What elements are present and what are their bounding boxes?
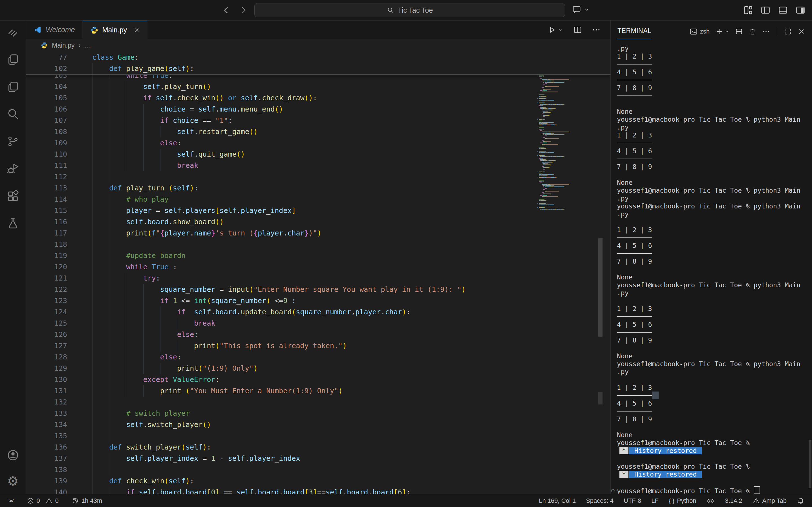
line-number[interactable]: 110 (26, 149, 77, 160)
sidebar-item-documents[interactable] (6, 80, 20, 94)
new-terminal-button[interactable] (715, 27, 729, 36)
breadcrumb[interactable]: Main.py › … (26, 39, 610, 52)
line-number[interactable]: 115 (26, 205, 77, 216)
minimap[interactable] (536, 53, 573, 211)
code-line[interactable]: 133 # switch player (26, 408, 610, 419)
code-line[interactable]: 121 try: (26, 273, 610, 284)
problems-indicator[interactable]: 0 0 (27, 497, 59, 504)
code-line[interactable]: 115 player = self.players[self.player_in… (26, 205, 610, 216)
code-line[interactable]: 135 (26, 431, 610, 442)
code-line[interactable]: 120 while True : (26, 262, 610, 273)
sidebar-item-amp[interactable] (6, 25, 20, 39)
navigate-forward-button[interactable] (238, 4, 249, 16)
indentation[interactable]: Spaces: 4 (586, 497, 613, 504)
code-line[interactable]: 108 self.restart_game() (26, 126, 610, 137)
terminal-lines[interactable]: .py1 | 2 | 3─────────4 | 5 | 6─────────7… (611, 42, 812, 494)
notifications-button[interactable] (797, 497, 805, 505)
line-number[interactable]: 117 (26, 228, 77, 239)
split-editor-button[interactable] (573, 25, 582, 34)
toggle-primary-sidebar-button[interactable] (760, 5, 771, 15)
amp-tab-status[interactable]: Amp Tab (753, 497, 786, 504)
line-number[interactable]: 124 (26, 306, 77, 318)
copilot-status[interactable] (706, 497, 715, 505)
line-number[interactable]: 114 (26, 194, 77, 205)
code-line[interactable]: 106 choice = self.menu.menu_end() (26, 104, 610, 115)
line-number[interactable]: 108 (26, 126, 77, 137)
toggle-panel-button[interactable] (777, 5, 788, 15)
terminal-scrollbar-thumb[interactable] (809, 440, 811, 488)
time-tracker[interactable]: 1h 43m (71, 497, 102, 504)
code-line[interactable]: 134 self.switch_player() (26, 419, 610, 431)
split-terminal-button[interactable] (735, 27, 743, 36)
breadcrumb-symbol[interactable]: … (85, 42, 91, 49)
language-mode[interactable]: { } Python (669, 497, 696, 504)
sidebar-item-explorer[interactable] (6, 53, 20, 66)
code-line[interactable]: 126 else: (26, 329, 610, 340)
code-line[interactable]: 112 (26, 171, 610, 182)
line-number[interactable]: 122 (26, 284, 77, 295)
sidebar-item-source-control[interactable] (6, 135, 20, 148)
sticky-scroll[interactable]: 77class Game:102 def play_game(self): (26, 52, 610, 75)
code-line[interactable]: 136 def switch_player(self): (26, 442, 610, 453)
chat-button[interactable] (572, 4, 590, 15)
code-line[interactable]: 114 # who_play (26, 194, 610, 205)
sidebar-item-testing[interactable] (6, 217, 20, 230)
line-number[interactable]: 106 (26, 104, 77, 115)
line-number[interactable]: 125 (26, 318, 77, 329)
tab-main-py[interactable]: Main.py (83, 20, 148, 39)
line-number[interactable]: 121 (26, 273, 77, 284)
code-line[interactable]: 124 if self.board.update_board(square_nu… (26, 306, 610, 318)
line-number[interactable]: 134 (26, 419, 77, 431)
code-line[interactable]: 109 else: (26, 137, 610, 149)
line-number[interactable]: 132 (26, 397, 77, 408)
code-line[interactable]: 77class Game: (26, 52, 610, 63)
line-number[interactable]: 118 (26, 239, 77, 250)
line-number[interactable]: 127 (26, 340, 77, 351)
terminal-shell-button[interactable]: zsh (689, 27, 710, 36)
encoding[interactable]: UTF-8 (624, 497, 641, 504)
settings-button[interactable]: ⚙ (6, 474, 20, 488)
close-tab-button[interactable] (134, 27, 140, 33)
line-number[interactable]: 138 (26, 464, 77, 475)
tab-terminal[interactable]: TERMINAL (617, 27, 651, 36)
line-number[interactable]: 112 (26, 171, 77, 182)
code-line[interactable]: 104 self.play_turn() (26, 81, 610, 93)
terminal-more-actions-button[interactable] (762, 27, 770, 36)
line-number[interactable]: 139 (26, 475, 77, 487)
toggle-secondary-sidebar-button[interactable] (795, 5, 806, 15)
line-number[interactable]: 131 (26, 385, 77, 397)
code-line[interactable]: 127 print("This spot is already taken.") (26, 340, 610, 351)
cursor-position[interactable]: Ln 169, Col 1 (539, 497, 576, 504)
line-number[interactable]: 130 (26, 374, 77, 385)
code-line[interactable]: 107 if choice == "1": (26, 115, 610, 126)
code-line[interactable]: 140 if self.board.board[0] == self.board… (26, 487, 610, 494)
code-line[interactable]: 131 print ("You Must Enter a Number(1:9)… (26, 385, 610, 397)
eol-sequence[interactable]: LF (651, 497, 659, 504)
code-line[interactable]: 129 print("(1:9) Only") (26, 363, 610, 374)
code-line[interactable]: 139 def check_win(self): (26, 475, 610, 487)
code-line[interactable]: 110 self.quit_game() (26, 149, 610, 160)
editor-scrollbar-thumb[interactable] (598, 238, 603, 337)
line-number[interactable]: 135 (26, 431, 77, 442)
more-actions-button[interactable] (592, 25, 601, 34)
line-number[interactable]: 77 (26, 52, 77, 63)
code-line[interactable]: 132 (26, 397, 610, 408)
code-line[interactable]: 122 square_number = input("Enter Number … (26, 284, 610, 295)
code-line[interactable]: 105 if self.check_win() or self.check_dr… (26, 93, 610, 104)
line-number[interactable]: 140 (26, 487, 77, 494)
line-number[interactable]: 137 (26, 453, 77, 464)
navigate-back-button[interactable] (220, 4, 232, 16)
line-number[interactable]: 129 (26, 363, 77, 374)
code-line[interactable]: 123 if 1 <= int(square_number) <=9 : (26, 295, 610, 306)
code-line[interactable]: 119 #update boardn (26, 250, 610, 262)
account-button[interactable] (6, 448, 20, 462)
close-panel-button[interactable] (797, 27, 805, 36)
line-number[interactable]: 104 (26, 81, 77, 93)
code-editor[interactable]: 103 while True:104 self.play_turn()105 i… (26, 52, 610, 494)
line-number[interactable]: 123 (26, 295, 77, 306)
line-number[interactable]: 105 (26, 93, 77, 104)
breadcrumb-file[interactable]: Main.py (52, 42, 75, 49)
maximize-panel-button[interactable] (784, 27, 792, 36)
code-line[interactable]: 125 break (26, 318, 610, 329)
kill-terminal-button[interactable] (749, 27, 756, 36)
